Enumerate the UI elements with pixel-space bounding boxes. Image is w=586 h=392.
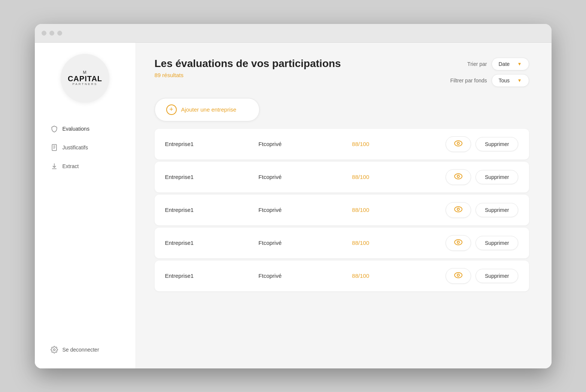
browser-dot-green (57, 31, 62, 36)
logout-label: Se deconnecter (63, 347, 99, 353)
sidebar-item-evaluations-label: Evaluations (63, 126, 89, 132)
sort-label: Trier par (467, 61, 487, 67)
eval-name-1: Entreprise1 (165, 174, 259, 180)
eval-fund-0: Ftcoprivé (258, 141, 352, 147)
eval-fund-3: Ftcoprivé (258, 240, 352, 246)
shield-icon (51, 125, 58, 133)
logo-partners: PARTNERS (68, 83, 102, 86)
svg-point-9 (457, 241, 459, 243)
sort-dropdown[interactable]: Date ▼ (492, 58, 529, 70)
filter-label: Filtrer par fonds (450, 78, 487, 83)
svg-point-7 (457, 208, 459, 210)
sidebar-item-extract[interactable]: Extract (46, 159, 124, 174)
evaluations-list: Entreprise1 Ftcoprivé 88/100 (155, 129, 529, 291)
eval-score-3: 88/100 (352, 240, 446, 246)
logo-m-text: M (83, 70, 87, 75)
browser-dots (42, 31, 62, 36)
sidebar-item-extract-label: Extract (63, 163, 79, 169)
logout-item[interactable]: Se deconnecter (46, 342, 124, 357)
sidebar-footer: Se deconnecter (35, 342, 136, 357)
add-company-button[interactable]: + Ajouter une entreprise (155, 98, 259, 121)
eval-actions-0: Supprimer (446, 136, 519, 152)
filter-value: Tous (499, 78, 510, 83)
delete-button-0[interactable]: Supprimer (476, 137, 519, 151)
sidebar-nav: Evaluations Justificatifs (35, 121, 136, 174)
page-header: Les évaluations de vos participations 89… (155, 58, 529, 87)
gear-icon (51, 346, 58, 353)
eval-score-0: 88/100 (352, 141, 446, 147)
eval-name-3: Entreprise1 (165, 240, 259, 246)
browser-toolbar (35, 24, 552, 43)
delete-button-3[interactable]: Supprimer (476, 236, 519, 250)
download-icon (51, 162, 58, 170)
view-button-0[interactable] (446, 136, 471, 152)
eye-icon-3 (454, 239, 462, 247)
sort-row: Trier par Date ▼ (467, 58, 529, 70)
filter-row: Filtrer par fonds Tous ▼ (450, 74, 529, 87)
svg-point-10 (455, 273, 462, 278)
plus-icon: + (169, 106, 173, 113)
eye-icon-2 (454, 206, 462, 214)
page-title: Les évaluations de vos participations (155, 58, 341, 70)
eval-actions-1: Supprimer (446, 169, 519, 185)
browser-dot-yellow (49, 31, 54, 36)
filter-section: Trier par Date ▼ Filtrer par fonds Tous … (450, 58, 529, 87)
table-row: Entreprise1 Ftcoprivé 88/100 (155, 228, 529, 258)
eval-actions-2: Supprimer (446, 202, 519, 218)
logo-partners-text: PARTNERS (73, 82, 98, 86)
eval-actions-3: Supprimer (446, 235, 519, 251)
sort-value: Date (499, 61, 510, 67)
table-row: Entreprise1 Ftcoprivé 88/100 (155, 129, 529, 159)
eval-score-4: 88/100 (352, 273, 446, 279)
view-button-1[interactable] (446, 169, 471, 185)
eval-score-2: 88/100 (352, 207, 446, 213)
svg-point-2 (455, 141, 462, 146)
eval-name-2: Entreprise1 (165, 207, 259, 213)
view-button-4[interactable] (446, 268, 471, 284)
table-row: Entreprise1 Ftcoprivé 88/100 (155, 261, 529, 291)
sidebar-item-justificatifs[interactable]: Justificatifs (46, 140, 124, 155)
filter-dropdown[interactable]: Tous ▼ (492, 74, 529, 87)
main-content: Les évaluations de vos participations 89… (136, 43, 552, 368)
svg-point-6 (455, 207, 462, 212)
logo-capital-text: CAPITAL (68, 75, 102, 83)
svg-point-5 (457, 175, 459, 177)
filter-chevron-icon: ▼ (517, 78, 522, 83)
table-row: Entreprise1 Ftcoprivé 88/100 (155, 195, 529, 225)
browser-dot-red (42, 31, 46, 36)
delete-button-1[interactable]: Supprimer (476, 170, 519, 184)
logo-capital: CAPITAL (68, 75, 102, 83)
sidebar-item-justificatifs-label: Justificatifs (63, 145, 88, 151)
svg-point-3 (457, 142, 459, 145)
add-icon: + (166, 104, 177, 115)
page-title-section: Les évaluations de vos participations 89… (155, 58, 341, 78)
delete-button-4[interactable]: Supprimer (476, 269, 519, 283)
eval-fund-4: Ftcoprivé (258, 273, 352, 279)
eval-name-0: Entreprise1 (165, 141, 259, 147)
svg-point-4 (455, 174, 462, 179)
browser-window: M CAPITAL PARTNERS (35, 24, 552, 368)
view-button-3[interactable] (446, 235, 471, 251)
add-company-label: Ajouter une entreprise (181, 106, 237, 113)
eval-fund-2: Ftcoprivé (258, 207, 352, 213)
view-button-2[interactable] (446, 202, 471, 218)
sidebar: M CAPITAL PARTNERS (35, 43, 136, 368)
logo-m: M (68, 70, 102, 75)
browser-content: M CAPITAL PARTNERS (35, 43, 552, 368)
eye-icon-0 (454, 140, 462, 148)
results-count: 89 résultats (155, 72, 341, 78)
sort-chevron-icon: ▼ (517, 61, 522, 67)
file-icon (51, 144, 58, 151)
table-row: Entreprise1 Ftcoprivé 88/100 (155, 162, 529, 192)
svg-point-1 (53, 349, 55, 350)
eval-name-4: Entreprise1 (165, 273, 259, 279)
eye-icon-4 (454, 272, 462, 280)
logo-circle: M CAPITAL PARTNERS (61, 54, 109, 103)
sidebar-item-evaluations[interactable]: Evaluations (46, 121, 124, 136)
delete-button-2[interactable]: Supprimer (476, 203, 519, 217)
eval-score-1: 88/100 (352, 174, 446, 180)
eval-actions-4: Supprimer (446, 268, 519, 284)
svg-rect-0 (52, 144, 57, 151)
eye-icon-1 (454, 173, 462, 181)
svg-point-11 (457, 274, 459, 276)
